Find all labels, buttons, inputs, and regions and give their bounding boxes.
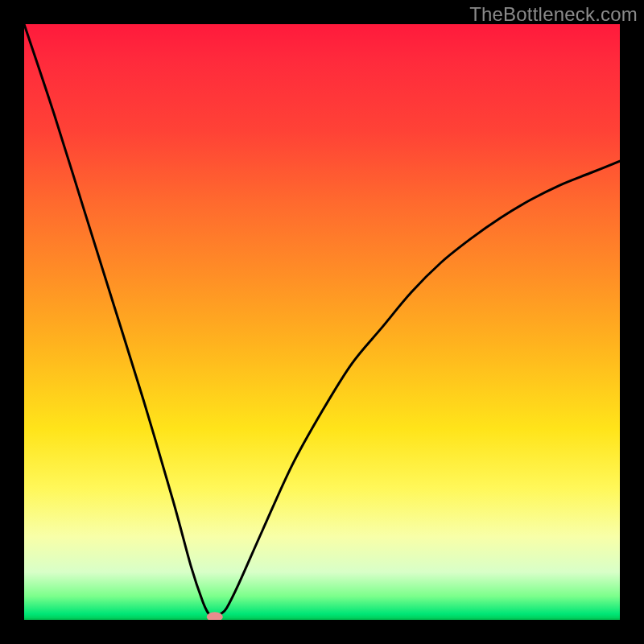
bottleneck-curve-line [24, 24, 620, 617]
chart-plot-area [24, 24, 620, 620]
watermark-text: TheBottleneck.com [469, 3, 638, 26]
chart-svg [24, 24, 620, 620]
chart-frame: TheBottleneck.com [0, 0, 644, 644]
